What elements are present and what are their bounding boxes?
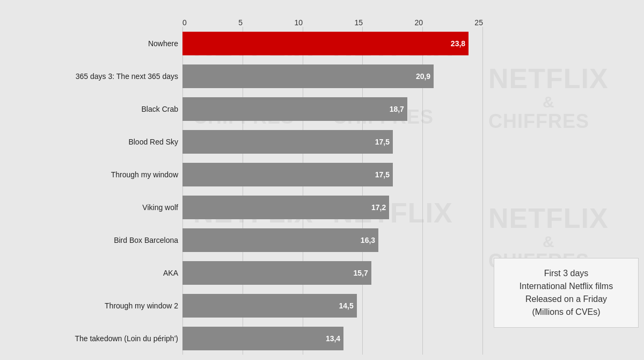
bar-row: Through my window 214,5 bbox=[182, 292, 483, 320]
bar: 18,7 bbox=[182, 97, 407, 121]
bar-value: 23,8 bbox=[451, 39, 465, 48]
rows-wrapper: Nowhere23,8365 days 3: The next 365 days… bbox=[182, 27, 483, 355]
bar-label: Black Crab bbox=[6, 105, 178, 113]
x-tick-3: 15 bbox=[354, 18, 363, 27]
bar-row: 365 days 3: The next 365 days20,9 bbox=[182, 62, 483, 90]
bar-row: AKA15,7 bbox=[182, 259, 483, 287]
bar-row: The takedown (Loin du périph')13,4 bbox=[182, 325, 483, 352]
bars-area: Nowhere23,8365 days 3: The next 365 days… bbox=[182, 27, 483, 355]
bar: 20,9 bbox=[182, 64, 434, 88]
bar-row: Nowhere23,8 bbox=[182, 30, 483, 57]
legend-box: First 3 days International Netflix films… bbox=[494, 258, 639, 328]
bar: 14,5 bbox=[182, 294, 357, 318]
bar: 23,8 bbox=[182, 32, 469, 55]
legend-text: First 3 days International Netflix films… bbox=[501, 267, 632, 319]
x-tick-labels: 0 5 10 15 20 25 bbox=[182, 11, 483, 27]
bar-value: 16,3 bbox=[361, 236, 375, 244]
bar: 16,3 bbox=[182, 228, 378, 252]
bar-row: Viking wolf17,2 bbox=[182, 193, 483, 221]
bar-value: 15,7 bbox=[353, 269, 368, 277]
bar-label: AKA bbox=[6, 269, 178, 277]
x-tick-4: 20 bbox=[414, 18, 423, 27]
bar-label: Through my window bbox=[6, 170, 178, 179]
bar-row: Blood Red Sky17,5 bbox=[182, 128, 483, 156]
x-tick-1: 5 bbox=[238, 18, 243, 27]
bar-label: Nowhere bbox=[6, 39, 178, 48]
bar-value: 20,9 bbox=[416, 72, 430, 81]
x-axis: 0 5 10 15 20 25 bbox=[182, 11, 483, 27]
bar: 17,5 bbox=[182, 163, 393, 186]
bar-label: Bird Box Barcelona bbox=[6, 236, 178, 244]
bar-label: The takedown (Loin du périph') bbox=[6, 334, 178, 343]
x-tick-2: 10 bbox=[294, 18, 303, 27]
x-tick-0: 0 bbox=[182, 18, 187, 27]
bar-value: 17,5 bbox=[375, 138, 390, 146]
bar-value: 17,5 bbox=[375, 170, 390, 179]
bar-value: 17,2 bbox=[371, 203, 386, 212]
bar-value: 13,4 bbox=[326, 334, 340, 343]
bar-label: 365 days 3: The next 365 days bbox=[6, 72, 178, 81]
bar-label: Blood Red Sky bbox=[6, 138, 178, 146]
legend-line2: International Netflix films bbox=[519, 282, 613, 291]
legend-line3: Released on a Friday bbox=[525, 294, 607, 304]
x-tick-5: 25 bbox=[474, 18, 483, 27]
bar-row: Black Crab18,7 bbox=[182, 95, 483, 123]
bar-label: Through my window 2 bbox=[6, 301, 178, 310]
bar-label: Viking wolf bbox=[6, 203, 178, 212]
bar: 13,4 bbox=[182, 327, 343, 350]
bar-row: Bird Box Barcelona16,3 bbox=[182, 226, 483, 254]
bar: 17,2 bbox=[182, 196, 389, 219]
bar-value: 14,5 bbox=[339, 301, 354, 310]
bar: 17,5 bbox=[182, 130, 393, 154]
bar-value: 18,7 bbox=[390, 105, 404, 113]
legend-line4: (Millions of CVEs) bbox=[532, 307, 600, 316]
legend-line1: First 3 days bbox=[544, 269, 589, 278]
bar: 15,7 bbox=[182, 261, 371, 285]
bar-row: Through my window17,5 bbox=[182, 161, 483, 189]
